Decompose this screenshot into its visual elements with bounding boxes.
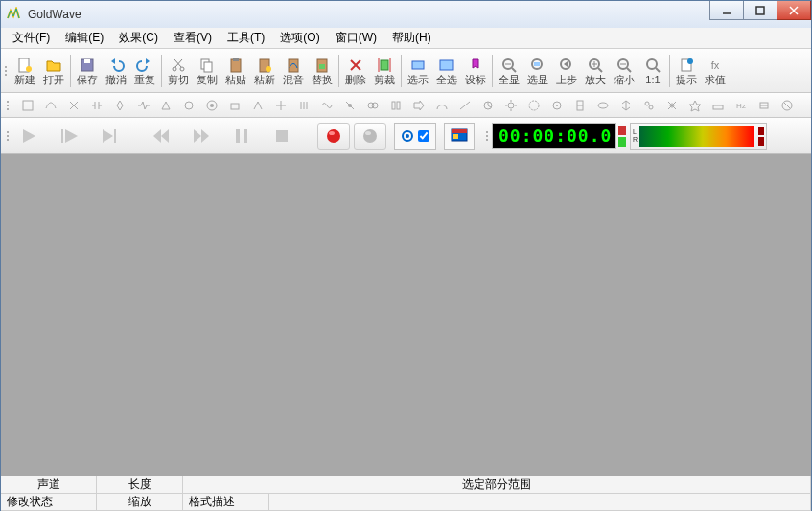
record-pause-button[interactable]: [354, 123, 386, 150]
select-all-button[interactable]: 全选: [432, 54, 461, 88]
svg-marker-101: [201, 129, 209, 143]
effect-icon[interactable]: [434, 98, 450, 113]
effect-icon[interactable]: Hz: [733, 98, 749, 113]
rewind-button[interactable]: [145, 123, 177, 150]
set-marker-button[interactable]: 设标: [461, 54, 490, 88]
pause-button[interactable]: [225, 123, 258, 150]
effect-icon[interactable]: [779, 98, 795, 113]
menu-effect[interactable]: 效果(C): [111, 28, 166, 48]
status-selection-label: 选定部分范围: [183, 476, 811, 494]
svg-marker-53: [162, 102, 170, 109]
effect-icon[interactable]: [181, 98, 197, 113]
effect-icon[interactable]: [342, 98, 358, 113]
effect-icon[interactable]: [296, 98, 312, 113]
svg-rect-112: [452, 129, 467, 133]
save-button[interactable]: 保存: [73, 54, 102, 88]
effect-icon[interactable]: [135, 98, 151, 113]
display-panel: [444, 123, 475, 150]
effect-icon[interactable]: [572, 98, 588, 113]
effect-icon[interactable]: [618, 98, 634, 113]
redo-button[interactable]: 重复: [130, 54, 159, 88]
mix-button[interactable]: 混音: [279, 54, 308, 88]
effect-icon[interactable]: [158, 98, 174, 113]
new-button[interactable]: 新建: [11, 54, 39, 88]
copy-button[interactable]: 复制: [193, 54, 221, 88]
menu-window[interactable]: 窗口(W): [328, 28, 384, 48]
menu-view[interactable]: 查看(V): [166, 28, 220, 48]
effect-icon[interactable]: [503, 98, 519, 113]
svg-line-42: [656, 68, 660, 72]
play-selection-button[interactable]: [53, 123, 85, 150]
menu-options[interactable]: 选项(O): [272, 28, 327, 48]
effect-icon[interactable]: [710, 98, 726, 113]
menu-edit[interactable]: 编辑(E): [58, 28, 111, 48]
effect-icon[interactable]: [319, 98, 335, 113]
effect-icon[interactable]: [227, 98, 243, 113]
effect-icon[interactable]: [66, 98, 81, 113]
zoom-out-button[interactable]: 缩小: [610, 54, 638, 88]
effect-icon[interactable]: [641, 98, 657, 113]
status-modified-label: 修改状态: [1, 494, 97, 511]
menu-file[interactable]: 文件(F): [5, 28, 58, 48]
effect-icon[interactable]: [43, 98, 58, 113]
maximize-button[interactable]: [743, 1, 777, 20]
loop-icon[interactable]: [401, 129, 414, 143]
previous-button[interactable]: 上步: [552, 54, 581, 88]
display-icon[interactable]: [451, 128, 468, 144]
effect-icon[interactable]: [664, 98, 680, 113]
effect-icon[interactable]: [411, 98, 427, 113]
play-end-button[interactable]: [93, 123, 126, 150]
effect-icon[interactable]: [112, 98, 128, 113]
minimize-button[interactable]: [709, 1, 744, 20]
undo-button[interactable]: 撤消: [102, 54, 130, 88]
app-title: GoldWave: [28, 8, 81, 21]
vu-label-right: R: [633, 136, 638, 144]
replace-button[interactable]: 替换: [308, 54, 336, 88]
paste-button[interactable]: 粘贴: [221, 54, 250, 88]
effect-icon[interactable]: [20, 98, 35, 113]
view-all-button[interactable]: 全显: [495, 54, 523, 88]
effect-icon[interactable]: [204, 98, 220, 113]
effect-icon[interactable]: [457, 98, 473, 113]
cue-button[interactable]: 提示: [672, 54, 701, 88]
close-button[interactable]: [777, 1, 811, 20]
status-format-label: 格式描述: [183, 494, 269, 511]
svg-marker-96: [103, 129, 113, 143]
toolbar-grip: [486, 131, 488, 141]
effect-icon[interactable]: [595, 98, 611, 113]
svg-line-35: [598, 68, 602, 72]
menu-help[interactable]: 帮助(H): [384, 28, 439, 48]
svg-point-77: [529, 101, 539, 110]
effect-icon[interactable]: [687, 98, 703, 113]
view-selection-button[interactable]: 选显: [523, 54, 552, 88]
zoom-in-button[interactable]: 放大: [581, 54, 610, 88]
play-button[interactable]: [12, 123, 45, 150]
stop-button[interactable]: [266, 123, 298, 150]
trim-button[interactable]: 剪裁: [370, 54, 399, 88]
effect-icon[interactable]: [250, 98, 266, 113]
zoom-11-button[interactable]: 1:1: [638, 54, 667, 88]
evaluate-button[interactable]: fx求值: [701, 54, 730, 88]
effect-icon[interactable]: [526, 98, 542, 113]
effect-icon[interactable]: [388, 98, 404, 113]
cut-button[interactable]: 剪切: [164, 54, 193, 88]
record-button[interactable]: [317, 123, 350, 150]
effect-icon[interactable]: [549, 98, 565, 113]
delete-button[interactable]: 删除: [341, 54, 370, 88]
paste-new-button[interactable]: 粘新: [250, 54, 279, 88]
effect-icon[interactable]: [480, 98, 496, 113]
effect-icon[interactable]: [273, 98, 289, 113]
loop-checkbox[interactable]: [418, 130, 429, 142]
effect-icon[interactable]: [756, 98, 772, 113]
select-view-button[interactable]: 选示: [404, 54, 432, 88]
toolbar-divider: [401, 55, 402, 87]
svg-rect-67: [392, 102, 395, 109]
toolbar-grip: [7, 101, 9, 110]
scissors-icon: [170, 57, 187, 74]
effect-icon[interactable]: [365, 98, 381, 113]
effect-icon[interactable]: [89, 98, 104, 113]
new-file-icon: [16, 57, 34, 74]
forward-button[interactable]: [185, 123, 218, 150]
menu-tool[interactable]: 工具(T): [220, 28, 272, 48]
open-button[interactable]: 打开: [39, 54, 68, 88]
